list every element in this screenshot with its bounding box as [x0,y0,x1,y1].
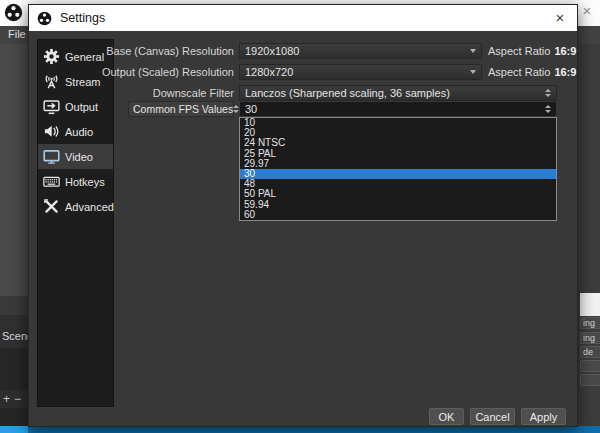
screen: × File Scene + − ing ing de Settings × [0,0,600,433]
sidebar-item-label: Output [65,101,98,113]
sidebar-item-label: Video [65,151,93,163]
spinner-icon [545,89,551,97]
obs-logo-icon [37,11,52,26]
start-streaming-button-fragment[interactable]: ing [580,317,600,329]
fps-value: 30 [245,103,257,115]
downscale-filter-value: Lanczos (Sharpened scaling, 36 samples) [245,87,450,99]
studio-mode-button-fragment[interactable]: de [580,346,600,358]
dock-button-fragment[interactable] [580,374,600,386]
base-resolution-label: Base (Canvas) Resolution [29,45,234,57]
fps-option[interactable]: 10 [240,118,556,128]
output-aspect-ratio: Aspect Ratio16:9 [488,66,576,78]
scenes-panel-label: Scene [2,330,28,342]
tools-icon [43,198,60,215]
sidebar-item-audio[interactable]: Audio [38,119,113,144]
aspect-ratio-value: 16:9 [554,66,576,78]
output-resolution-value: 1280x720 [245,66,293,78]
taskbar [0,426,600,433]
scenes-panel-header: Scene [0,315,28,348]
base-resolution-value: 1920x1080 [245,45,299,57]
dialog-close-icon[interactable]: × [551,6,569,30]
settings-titlebar[interactable]: Settings × [29,5,577,31]
ok-button[interactable]: OK [429,408,464,425]
fps-option[interactable]: 48 [240,179,556,189]
scenes-list [0,348,28,390]
monitor-arrow-icon [43,98,60,115]
sidebar-item-label: Advanced [65,201,114,213]
background-popup-fragment [580,293,600,316]
sidebar-item-advanced[interactable]: Advanced [38,194,113,219]
fps-option[interactable]: 25 PAL [240,149,556,159]
scenes-toolbar: + − [0,390,28,408]
dialog-title: Settings [60,11,105,25]
aspect-ratio-label: Aspect Ratio [488,66,550,78]
keyboard-icon [43,173,60,190]
sidebar-item-video[interactable]: Video [38,144,113,169]
fps-option[interactable]: 20 [240,128,556,138]
base-resolution-combobox[interactable]: 1920x1080 [239,43,482,59]
fps-option[interactable]: 29.97 [240,159,556,169]
cancel-button[interactable]: Cancel [470,408,515,425]
fps-option[interactable]: 60 [240,210,556,220]
fps-option-selected[interactable]: 30 [240,169,556,179]
menu-file[interactable]: File [8,28,26,40]
add-scene-icon[interactable]: + [3,392,10,406]
left-panel-bottom [0,408,28,426]
sidebar-item-hotkeys[interactable]: Hotkeys [38,169,113,194]
settings-dialog: Settings × General [28,4,578,427]
downscale-filter-label: Downscale Filter [29,87,234,99]
output-resolution-label: Output (Scaled) Resolution [29,66,234,78]
monitor-icon [43,148,60,165]
output-resolution-combobox[interactable]: 1280x720 [239,64,482,80]
remove-scene-icon[interactable]: − [14,392,21,406]
fps-option[interactable]: 24 NTSC [240,138,556,148]
fps-dropdown-list: 10 20 24 NTSC 25 PAL 29.97 30 48 50 PAL … [239,117,557,221]
aspect-ratio-label: Aspect Ratio [488,45,550,57]
speaker-icon [43,123,60,140]
start-recording-button-fragment[interactable]: ing [580,332,600,344]
base-aspect-ratio: Aspect Ratio16:9 [488,45,576,57]
fps-combobox[interactable]: 30 [239,101,557,117]
sidebar-item-label: Audio [65,126,93,138]
fps-type-label: Common FPS Values [133,103,233,115]
chevron-down-icon [470,49,476,53]
fps-option[interactable]: 50 PAL [240,189,556,199]
sidebar-item-label: Hotkeys [65,176,105,188]
left-panel-divider [0,296,28,315]
fps-option[interactable]: 59.94 [240,200,556,210]
spinner-icon [545,105,551,113]
taskbar-highlight [0,426,28,433]
fps-type-selector[interactable]: Common FPS Values [128,101,234,117]
dock-button-fragment[interactable] [580,360,600,372]
chevron-down-icon [470,70,476,74]
apply-button[interactable]: Apply [521,408,566,425]
downscale-filter-combobox[interactable]: Lanczos (Sharpened scaling, 36 samples) [239,85,557,101]
aspect-ratio-value: 16:9 [554,45,576,57]
main-close-icon[interactable]: × [578,1,596,21]
obs-logo-icon [4,3,23,22]
